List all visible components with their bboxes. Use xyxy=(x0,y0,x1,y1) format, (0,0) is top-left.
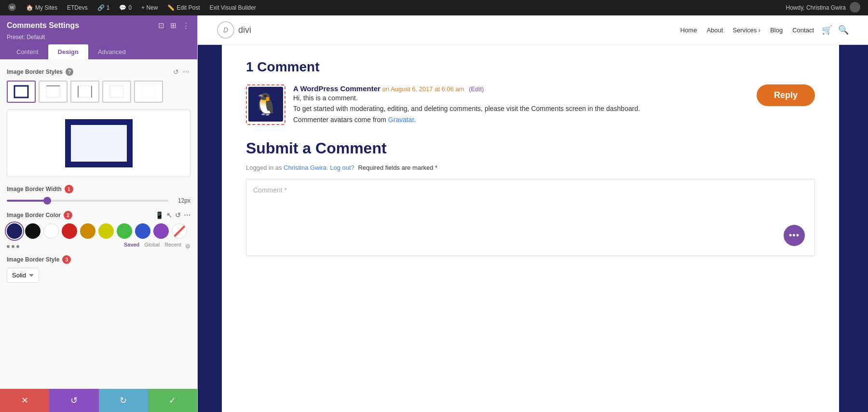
howdy-text: Howdy, Christina Gwira xyxy=(786,4,846,11)
comment-number: 1 xyxy=(107,4,110,11)
cursor-icon[interactable]: ↖ xyxy=(166,211,172,219)
border-preview-inner xyxy=(65,119,133,167)
global-tab[interactable]: Global xyxy=(144,242,160,247)
swatch-orange[interactable] xyxy=(80,223,95,239)
panel-tabs: Content Design Advanced xyxy=(7,44,190,59)
logout-link[interactable]: Log out? xyxy=(330,164,354,171)
swatch-black[interactable] xyxy=(25,223,41,239)
saved-tab[interactable]: Saved xyxy=(124,242,139,247)
tab-content[interactable]: Content xyxy=(7,44,48,59)
comment-box: 🐧 A WordPress Commenter on August 6, 201… xyxy=(246,84,815,125)
slider-thumb[interactable] xyxy=(43,197,51,205)
more-options-btn[interactable]: ⋯ xyxy=(182,67,190,77)
edit-post-btn[interactable]: ✏️ Edit Post xyxy=(163,0,203,15)
wp-logo[interactable]: W xyxy=(4,0,20,15)
save-button[interactable]: ✓ xyxy=(148,389,197,412)
nav-home[interactable]: Home xyxy=(680,27,697,34)
recent-tab[interactable]: Recent xyxy=(164,242,181,247)
comment-author-line: A WordPress Commenter on August 6, 2017 … xyxy=(293,84,815,93)
border-style-options xyxy=(7,81,190,103)
slider-value: 12px xyxy=(173,197,190,204)
tab-design[interactable]: Design xyxy=(48,44,88,59)
tab-advanced[interactable]: Advanced xyxy=(88,44,136,59)
redo-button[interactable]: ↻ xyxy=(99,389,148,412)
search-icon[interactable]: 🔍 xyxy=(838,25,849,35)
required-text: Required fields are marked * xyxy=(358,164,437,171)
reply-button[interactable]: Reply xyxy=(757,84,815,106)
my-sites-menu[interactable]: 🏠 My Sites xyxy=(22,0,61,15)
border-width-slider[interactable] xyxy=(7,200,168,202)
edit-link[interactable]: (Edit) xyxy=(469,85,484,93)
new-label: + New xyxy=(141,4,158,11)
border-none-btn[interactable] xyxy=(102,81,131,103)
page-content: 1 Comment 🐧 A WordPress Commenter on Aug… xyxy=(222,45,839,412)
nav-about[interactable]: About xyxy=(706,27,723,34)
nav-services[interactable]: Services › xyxy=(732,27,760,34)
reset-border-style-btn[interactable]: ↺ xyxy=(172,67,180,77)
nav-contact[interactable]: Contact xyxy=(792,27,814,34)
border-sides-btn[interactable] xyxy=(70,81,99,103)
help-icon[interactable]: ? xyxy=(66,68,73,76)
undo-icon: ↺ xyxy=(70,395,78,406)
border-style-select[interactable]: Solid Dashed Dotted Double None xyxy=(7,268,39,283)
comment-form-box[interactable]: Comment * ••• xyxy=(246,179,815,256)
et-devs-menu[interactable]: ETDevs xyxy=(63,0,92,15)
swatch-white[interactable] xyxy=(43,223,59,239)
svg-rect-9 xyxy=(110,86,123,97)
border-styles-label: Image Border Styles ? ↺ ⋯ xyxy=(7,67,190,77)
border-preview-box xyxy=(7,110,190,177)
border-solid-all-btn[interactable] xyxy=(7,81,36,103)
svg-point-2 xyxy=(850,2,860,13)
cart-icon[interactable]: 🛒 xyxy=(822,25,832,35)
swatch-purple[interactable] xyxy=(153,223,169,239)
border-color-text: Image Border Color xyxy=(7,212,61,219)
nav-blog[interactable]: Blog xyxy=(770,27,783,34)
logo-name: divi xyxy=(238,25,251,35)
comment-heading: 1 Comment xyxy=(246,59,815,75)
fullscreen-icon[interactable]: ⊡ xyxy=(157,20,165,31)
comment-body: A WordPress Commenter on August 6, 2017 … xyxy=(293,84,815,125)
swatch-blue[interactable] xyxy=(135,223,150,239)
swatch-none[interactable] xyxy=(172,223,187,239)
color-dots xyxy=(7,245,19,248)
color-swatches xyxy=(7,223,190,239)
more-icon[interactable]: ⋮ xyxy=(181,20,190,31)
mobile-icon[interactable]: 📱 xyxy=(155,211,163,219)
main-layout: Comments Settings ⊡ ⊞ ⋮ Preset: Default … xyxy=(0,15,868,412)
border-custom-btn[interactable] xyxy=(134,81,163,103)
color-tools: 📱 ↖ ↺ ⋯ xyxy=(155,211,190,219)
my-sites-label: My Sites xyxy=(35,4,57,11)
border-top-only-btn[interactable] xyxy=(39,81,68,103)
notification-count[interactable]: 💬 0 xyxy=(115,0,136,15)
exit-builder-btn[interactable]: Exit Visual Builder xyxy=(205,0,260,15)
floating-dots-button[interactable]: ••• xyxy=(784,225,805,246)
border-width-label-row: Image Border Width 1 xyxy=(7,185,190,193)
grid-icon[interactable]: ⊞ xyxy=(169,20,177,31)
howdy-user[interactable]: Howdy, Christina Gwira xyxy=(782,0,864,15)
color-reset-icon[interactable]: ↺ xyxy=(175,211,181,219)
color-settings-icon[interactable]: ⚙ xyxy=(185,243,190,250)
svg-rect-3 xyxy=(14,86,28,97)
new-post-btn[interactable]: + New xyxy=(137,0,162,15)
et-devs-label: ETDevs xyxy=(67,4,88,11)
undo-button[interactable]: ↺ xyxy=(49,389,98,412)
comment-count[interactable]: 🔗 1 xyxy=(94,0,114,15)
cancel-button[interactable]: ✕ xyxy=(0,389,49,412)
color-more-icon[interactable]: ⋯ xyxy=(184,211,190,219)
home-icon: 🏠 xyxy=(26,4,33,11)
logged-in-user-link[interactable]: Christina Gwira xyxy=(284,164,326,171)
panel-body: Image Border Styles ? ↺ ⋯ xyxy=(0,59,197,389)
panel-preset[interactable]: Preset: Default xyxy=(7,34,190,41)
swatch-green[interactable] xyxy=(117,223,132,239)
color-tabs: Saved Global Recent xyxy=(124,242,181,247)
gravatar-link[interactable]: Gravatar xyxy=(388,116,414,124)
admin-bar: W 🏠 My Sites ETDevs 🔗 1 💬 0 + New ✏️ Edi… xyxy=(0,0,868,15)
swatch-navy[interactable] xyxy=(7,223,22,239)
redo-icon: ↻ xyxy=(120,395,127,406)
swatch-yellow[interactable] xyxy=(98,223,114,239)
comment-avatar: 🐧 xyxy=(248,87,283,122)
exit-builder-label: Exit Visual Builder xyxy=(209,4,256,11)
border-color-label-row: Image Border Color 2 📱 ↖ ↺ ⋯ xyxy=(7,211,190,220)
swatch-red[interactable] xyxy=(62,223,77,239)
svg-rect-6 xyxy=(78,86,92,97)
